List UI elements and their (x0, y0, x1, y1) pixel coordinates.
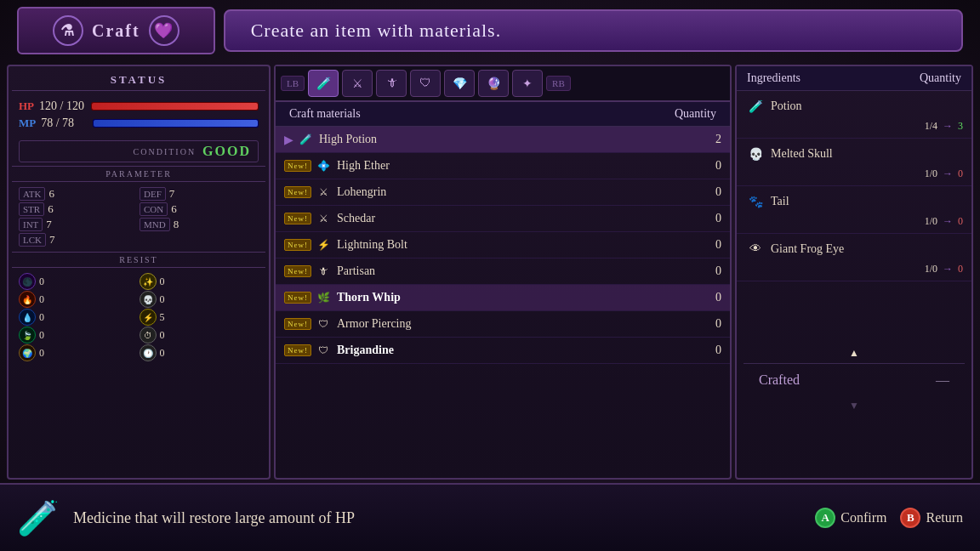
ingredient-qty-row: 1/0 → 0 (745, 168, 963, 180)
resist-light: ✨ 0 (140, 273, 259, 290)
resist-fire: 🔥 0 (19, 291, 139, 308)
a-button[interactable]: A (815, 508, 835, 528)
ing-col-qty: Quantity (920, 71, 961, 85)
frog-eye-qty-current: 1/0 (925, 263, 937, 276)
potion-icon: 🧪 (297, 131, 314, 148)
ingredient-frog-eye-name: Giant Frog Eye (771, 242, 844, 256)
resist-time-val: 0 (160, 329, 165, 342)
item-name-armor-piercing: Armor Piercing (337, 317, 696, 331)
item-name-thorn-whip: Thorn Whip (337, 291, 696, 304)
tab-sword[interactable]: ⚔ (342, 70, 373, 97)
item-qty-partisan: 0 (696, 264, 721, 278)
new-badge: New! (284, 186, 311, 198)
resist-skull: 💀 0 (140, 291, 259, 308)
tab-magic[interactable]: 🔮 (478, 70, 509, 97)
item-name-lightning-bolt: Lightning Bolt (337, 238, 696, 252)
item-qty-thorn-whip: 0 (696, 291, 721, 304)
potion-arrow: → (943, 120, 953, 133)
confirm-prompt[interactable]: A Confirm (815, 508, 886, 528)
frog-eye-ing-icon: 👁 (745, 239, 766, 259)
list-item[interactable]: New! 🌿 Thorn Whip 0 (276, 285, 730, 311)
param-int: INT 7 (19, 218, 138, 231)
ingredient-tail: 🐾 Tail 1/0 → 0 (737, 186, 971, 234)
condition-box: CONDITION GOOD (19, 140, 259, 162)
list-item[interactable]: New! 💠 High Ether 0 (276, 153, 730, 179)
mp-row: MP 78 / 78 (19, 116, 259, 130)
thorn-whip-icon: 🌿 (315, 289, 332, 306)
condition-label: CONDITION (134, 147, 197, 156)
return-prompt[interactable]: B Return (900, 508, 963, 528)
armor-piercing-icon: 🛡 (315, 315, 332, 332)
list-item[interactable]: New! ⚡ Lightning Bolt 0 (276, 232, 730, 258)
resist-dark: 🌑 0 (19, 273, 139, 290)
crafted-label: Crafted (752, 369, 806, 391)
new-badge: New! (284, 344, 311, 356)
craft-list: ▶ 🧪 High Potion 2 New! 💠 High Ether 0 Ne… (276, 127, 730, 478)
clock-icon: 🕐 (140, 344, 157, 361)
list-item[interactable]: New! 🛡 Armor Piercing 0 (276, 311, 730, 338)
param-atk: ATK 6 (19, 187, 138, 201)
list-item[interactable]: New! 🛡 Brigandine 0 (276, 338, 730, 364)
main-content: STATUS HP 120 / 120 MP 78 / 78 CONDITION… (0, 61, 980, 483)
tab-potion[interactable]: 🧪 (308, 70, 339, 97)
item-qty-high-ether: 0 (696, 159, 721, 173)
craft-col-quantity: Quantity (675, 107, 716, 121)
list-item[interactable]: New! ⚔ Lohengrin 0 (276, 179, 730, 206)
tab-dagger[interactable]: 🗡 (376, 70, 407, 97)
ingredient-qty-row: 1/4 → 3 (745, 120, 963, 133)
dark-icon: 🌑 (19, 273, 36, 290)
lohengrin-icon: ⚔ (315, 184, 332, 201)
resist-light-val: 0 (160, 276, 165, 288)
hp-value: 120 / 120 (39, 99, 86, 113)
craft-tab: ⚗ Craft 💜 (17, 7, 215, 54)
skull-qty-current: 1/0 (925, 168, 937, 180)
new-badge: New! (284, 318, 311, 330)
tab-gem[interactable]: 💎 (444, 70, 475, 97)
resist-clock: 🕐 0 (140, 344, 259, 361)
partisan-icon: 🗡 (315, 263, 332, 280)
ingredient-skull-name: Melted Skull (771, 147, 833, 161)
time-icon: ⏱ (140, 327, 157, 344)
status-header: STATUS (12, 70, 265, 91)
b-button[interactable]: B (900, 508, 920, 528)
frog-eye-qty-new: 0 (958, 263, 963, 276)
tab-rb[interactable]: RB (546, 76, 571, 91)
param-atk-val: 6 (48, 187, 54, 201)
new-badge: New! (284, 292, 311, 304)
wind-icon: 🍃 (19, 327, 36, 344)
resist-wind-val: 0 (39, 329, 44, 342)
ingredient-potion-name: Potion (771, 99, 802, 113)
ing-col-header: Ingredients (747, 71, 801, 85)
craft-panel: LB 🧪 ⚔ 🗡 🛡 💎 🔮 ✦ RB Craft materials Quan… (274, 65, 732, 480)
list-item[interactable]: New! 🗡 Partisan 0 (276, 258, 730, 285)
list-item[interactable]: ▶ 🧪 High Potion 2 (276, 127, 730, 153)
item-name-brigandine: Brigandine (337, 344, 696, 357)
list-item[interactable]: New! ⚔ Schedar 0 (276, 206, 730, 232)
skull-arrow: → (943, 168, 953, 180)
condition-value: GOOD (202, 144, 251, 159)
ingredient-frog-eye: 👁 Giant Frog Eye 1/0 → 0 (737, 234, 971, 281)
item-preview-icon: 🧪 (17, 497, 60, 539)
params-grid: ATK 6 DEF 7 STR 6 CON 6 INT 7 MND 8 (12, 185, 265, 248)
status-panel: STATUS HP 120 / 120 MP 78 / 78 CONDITION… (7, 65, 271, 480)
craft-tab-label: Craft (92, 21, 140, 41)
resist-earth-val: 0 (39, 347, 44, 360)
fire-icon: 🔥 (19, 291, 36, 308)
resist-water: 💧 0 (19, 309, 139, 326)
item-description: Medicine that will restore large amount … (73, 509, 801, 527)
tab-star[interactable]: ✦ (512, 70, 543, 97)
param-mnd-val: 8 (174, 218, 179, 231)
tab-shield[interactable]: 🛡 (410, 70, 441, 97)
param-int-label: INT (19, 218, 43, 231)
scroll-down-indicator: ▼ (744, 396, 965, 416)
item-qty-high-potion: 2 (696, 133, 721, 146)
param-str: STR 6 (19, 202, 138, 216)
new-badge: New! (284, 160, 311, 172)
item-qty-lightning-bolt: 0 (696, 238, 721, 252)
resist-thunder-val: 5 (160, 311, 165, 324)
skull-icon: 💀 (140, 291, 157, 308)
hp-bar-fill (92, 103, 258, 110)
param-con: CON 6 (140, 202, 259, 216)
new-badge: New! (284, 213, 311, 224)
tab-lb[interactable]: LB (281, 76, 305, 91)
